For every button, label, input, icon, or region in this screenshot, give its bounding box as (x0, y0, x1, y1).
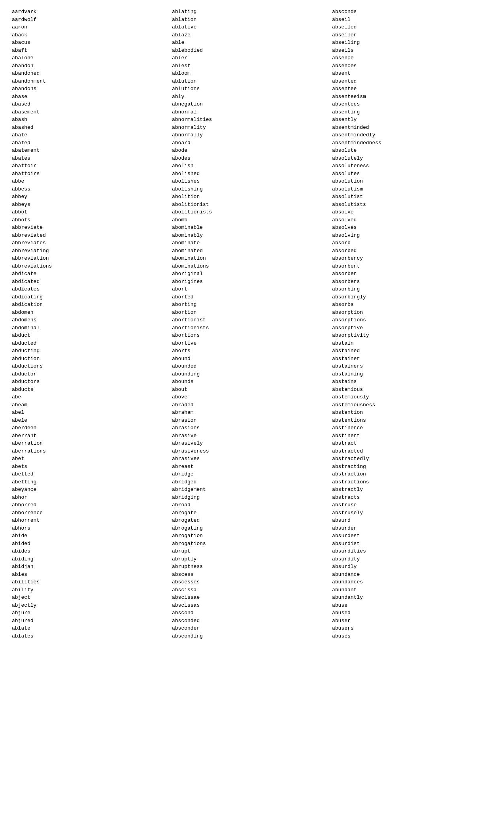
word-item: abolishing (172, 185, 328, 193)
word-item: abates (12, 155, 168, 162)
word-item: abstinent (332, 432, 488, 440)
word-item: absenting (332, 108, 488, 116)
word-item: absorption (332, 309, 488, 317)
word-item: ablate (12, 624, 168, 632)
word-item: abridge (172, 470, 328, 478)
word-item: abodes (172, 155, 328, 162)
word-item: abbreviating (12, 247, 168, 255)
word-item: abdicating (12, 293, 168, 301)
word-item: abalone (12, 54, 168, 62)
word-item: abstract (332, 440, 488, 447)
word-item: abbess (12, 185, 168, 193)
word-item: abbreviates (12, 239, 168, 247)
word-item: abdominal (12, 324, 168, 332)
word-item: ably (172, 93, 328, 101)
word-item: abated (12, 139, 168, 147)
word-item: abstinence (332, 424, 488, 432)
word-item: abridgement (172, 486, 328, 494)
word-item: absentmindedness (332, 139, 488, 147)
word-item: abel (12, 409, 168, 417)
word-item: abductors (12, 378, 168, 386)
word-item: absolving (332, 232, 488, 240)
word-item: aback (12, 31, 168, 39)
word-item: abundances (332, 578, 488, 586)
word-item: abbe (12, 177, 168, 185)
word-item: abstaining (332, 370, 488, 378)
word-item: abrogations (172, 540, 328, 548)
word-item: ablating (172, 8, 328, 16)
word-item: abort (172, 285, 328, 293)
word-item: abuses (332, 632, 488, 640)
word-item: absentmindedly (332, 131, 488, 139)
word-item: abstain (332, 340, 488, 347)
word-item: abused (332, 609, 488, 617)
word-item: abstruse (332, 501, 488, 509)
word-item: absorbent (332, 262, 488, 270)
word-item: absolutely (332, 155, 488, 162)
word-item: abrogate (172, 509, 328, 517)
word-item: abstemiousness (332, 401, 488, 409)
word-item: aborting (172, 301, 328, 309)
word-item: absolutists (332, 201, 488, 209)
word-item: abrogated (172, 517, 328, 524)
word-item: abele (12, 417, 168, 424)
word-item: abe (12, 393, 168, 401)
word-item: abrupt (172, 547, 328, 555)
word-item: abbreviations (12, 262, 168, 270)
word-item: abruptly (172, 555, 328, 563)
word-item: absconded (172, 617, 328, 625)
word-item: absorptivity (332, 332, 488, 340)
word-item: abscesses (172, 578, 328, 586)
word-item: abominations (172, 262, 328, 270)
word-item: abided (12, 540, 168, 548)
word-item: abusers (332, 624, 488, 632)
word-item: abbey (12, 193, 168, 201)
word-item: abounded (172, 362, 328, 370)
word-item: absorbers (332, 278, 488, 286)
word-item: absorbingly (332, 293, 488, 301)
word-item: abets (12, 463, 168, 471)
word-item: abhorred (12, 501, 168, 509)
word-item: about (172, 386, 328, 394)
word-item: abductions (12, 362, 168, 370)
word-item: aberrant (12, 432, 168, 440)
word-item: abide (12, 532, 168, 540)
word-item: abnormalities (172, 116, 328, 124)
word-item: ability (12, 586, 168, 594)
word-item: abscissa (172, 586, 328, 594)
word-item: absolutes (332, 170, 488, 178)
word-item: abandoned (12, 70, 168, 77)
word-item: absorptions (332, 316, 488, 324)
word-item: absented (332, 77, 488, 85)
word-item: abounding (172, 370, 328, 378)
word-item: absolutism (332, 185, 488, 193)
word-item: abbot (12, 208, 168, 216)
word-item: aberration (12, 440, 168, 447)
word-item: abolishes (172, 177, 328, 185)
word-item: absolution (332, 177, 488, 185)
word-item: abnormality (172, 124, 328, 132)
word-item: abrasive (172, 432, 328, 440)
word-item: abbreviated (12, 232, 168, 240)
word-item: abraham (172, 409, 328, 417)
word-item: abscissae (172, 594, 328, 602)
word-item: aaron (12, 23, 168, 31)
word-item: abjectly (12, 602, 168, 609)
word-item: abstrusely (332, 509, 488, 517)
word-item: abbots (12, 216, 168, 224)
word-item: abandonment (12, 77, 168, 85)
word-item: aborted (172, 293, 328, 301)
word-item: ablative (172, 23, 328, 31)
word-item: abhorrent (12, 517, 168, 524)
word-item: abuse (332, 602, 488, 609)
word-item: abase (12, 93, 168, 101)
word-item: abnormal (172, 108, 328, 116)
word-item: abdicate (12, 270, 168, 278)
word-item: aboard (172, 139, 328, 147)
word-item: abode (172, 147, 328, 155)
word-item: abrasion (172, 417, 328, 424)
word-item: abominably (172, 232, 328, 240)
word-item: abrogation (172, 532, 328, 540)
word-item: able (172, 39, 328, 47)
word-item: ablution (172, 77, 328, 85)
